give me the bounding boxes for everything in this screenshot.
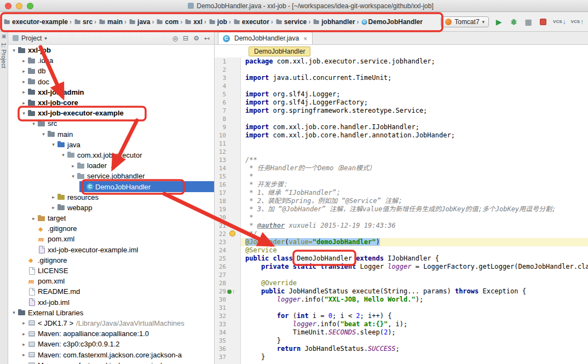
tree-item-loader[interactable]: ▸loader (8, 160, 214, 171)
stop-button[interactable] (538, 17, 548, 27)
tree-item-pom.xml[interactable]: pom.xml (8, 276, 214, 286)
line-number-11[interactable]: 11 (215, 140, 240, 148)
locate-icon[interactable]: ◎ (172, 34, 178, 42)
project-stripe-button[interactable]: 1: Project (1, 43, 7, 68)
tree-item-doc[interactable]: ▸doc (8, 77, 214, 87)
line-number-27[interactable]: 27 (215, 271, 240, 279)
code-line-9[interactable]: import com.xxl.job.core.handler.IJobHand… (241, 123, 588, 131)
tree-item-xxl-job[interactable]: ▾xxl-job (8, 45, 214, 55)
tree-item-xxl-job.iml[interactable]: xxl-job.iml (8, 297, 214, 308)
expand-right-icon[interactable]: ▸ (20, 68, 27, 74)
code-line-35[interactable]: } (241, 337, 588, 345)
line-number-30[interactable]: 30 (215, 296, 240, 304)
code-line-34[interactable]: TimeUnit.SECONDS.sleep(2); (241, 328, 588, 337)
tree-item-webapp[interactable]: ▸webapp (8, 203, 214, 213)
breadcrumb-item-executor[interactable]: executor (232, 17, 270, 27)
line-number-32[interactable]: 32 (215, 312, 240, 320)
run-config-select[interactable]: Tomcat7 ▾ (441, 16, 489, 27)
tab-demojobhandler-java[interactable]: DemoJobHandler.java × (218, 32, 313, 44)
breadcrumb-item-xxl[interactable]: xxl (183, 17, 203, 27)
zoom-window-button[interactable] (27, 3, 33, 9)
vcs-commit-button[interactable]: VCS ↑ (571, 17, 584, 27)
tree-item-xxl-job-admin[interactable]: ▸xxl-job-admin (8, 87, 214, 97)
override-marker-icon[interactable]: ↑ (227, 288, 235, 295)
code-line-17[interactable]: * 1、继承 “IJobHandler”； (241, 189, 588, 197)
code-line-13[interactable]: /** (241, 156, 588, 164)
code-line-37[interactable]: } (241, 353, 588, 361)
expand-down-icon[interactable]: ▾ (30, 121, 37, 126)
code-line-4[interactable] (241, 82, 588, 90)
minimize-window-button[interactable] (16, 3, 22, 9)
gear-icon[interactable]: ⚙ (193, 34, 199, 42)
line-number-2[interactable]: 2 (215, 66, 240, 74)
line-number-18[interactable]: 18 (215, 197, 240, 205)
line-number-22[interactable]: 22 (215, 230, 240, 238)
code-line-21[interactable]: * @author xuxueli 2015-12-19 19:43:36 (241, 222, 588, 230)
line-number-21[interactable]: 21 (215, 222, 240, 230)
code-line-1[interactable]: package com.xxl.job.executor.service.job… (241, 57, 588, 66)
breadcrumb-item-src[interactable]: src (73, 17, 93, 27)
line-number-24[interactable]: 24 (215, 246, 240, 255)
tree-item-src[interactable]: ▾src (8, 118, 214, 129)
line-number-36[interactable]: 36 (215, 345, 240, 353)
line-number-33[interactable]: 33 (215, 320, 240, 328)
code-line-7[interactable]: import org.springframework.stereotype.Se… (241, 107, 588, 115)
tree-item-xxl-job-executor-example.iml[interactable]: xxl-job-executor-example.iml (8, 245, 214, 255)
line-number-1[interactable]: 1 (215, 57, 240, 66)
tree-item-external-libraries[interactable]: ▾External Libraries (8, 308, 214, 318)
expand-right-icon[interactable]: ▸ (20, 320, 27, 326)
toolwindow-stripe-icon[interactable]: ▣ (2, 33, 7, 39)
project-view-select[interactable]: Project ▾ (13, 34, 47, 42)
expand-right-icon[interactable]: ▸ (20, 100, 27, 106)
tree-item-maven-c3p0-c3p0-0.9.1.2[interactable]: ▸Maven: c3p0:c3p0:0.9.1.2 (8, 339, 214, 349)
line-number-35[interactable]: 35 (215, 337, 240, 345)
expand-down-icon[interactable]: ▾ (10, 310, 18, 315)
expand-right-icon[interactable]: ▸ (20, 79, 27, 84)
breadcrumb-item-java[interactable]: java (128, 17, 151, 27)
code-line-6[interactable]: import org.slf4j.LoggerFactory; (241, 99, 588, 107)
line-number-12[interactable]: 12 (215, 148, 240, 156)
expand-right-icon[interactable]: ▸ (50, 205, 57, 210)
line-number-14[interactable]: 14 (215, 164, 240, 172)
line-number-10[interactable]: 10 (215, 131, 240, 140)
code-line-15[interactable]: * (241, 172, 588, 181)
tree-item-com.xxl.job.executor[interactable]: ▾com.xxl.job.executor (8, 150, 214, 160)
tree-item--jdk1.7-[interactable]: ▸< JDK1.7 >/Library/Java/JavaVirtualMach… (8, 318, 214, 328)
expand-right-icon[interactable]: ▸ (20, 352, 27, 357)
code-line-18[interactable]: * 2、装配到Spring，例如加 “@Service” 注解； (241, 197, 588, 205)
coverage-button[interactable]: ▦ (523, 17, 533, 27)
line-number-31[interactable]: 31 (215, 304, 240, 312)
code-line-5[interactable]: import org.slf4j.Logger; (241, 90, 588, 99)
code-line-20[interactable]: * (241, 213, 588, 222)
expand-down-icon[interactable]: ▾ (50, 142, 57, 147)
line-number-3[interactable]: 3 (215, 74, 240, 82)
tree-item-pom.xml[interactable]: pom.xml (8, 234, 214, 244)
code-line-31[interactable] (241, 304, 588, 312)
tree-item-maven-aopalliance-aopalliance-1.0[interactable]: ▸Maven: aopalliance:aopalliance:1.0 (8, 328, 214, 339)
code-line-26[interactable]: private static transient Logger logger =… (241, 263, 588, 271)
code-line-14[interactable]: * 任务Handler的一个Demo（Bean模式） (241, 164, 588, 172)
expand-right-icon[interactable]: ▸ (20, 342, 27, 347)
breadcrumb-item-demojobhandler[interactable]: DemoJobHandler (360, 18, 423, 26)
tree-item-maven-com.fasterxml.jackson.core-jackson-c[interactable]: ▸Maven: com.fasterxml.jackson.core:jacks… (8, 360, 214, 364)
line-number-25[interactable]: 25 (215, 255, 240, 263)
tree-item-readme.md[interactable]: README.md (8, 286, 214, 297)
line-number-5[interactable]: 5 (215, 90, 240, 99)
tree-item-java[interactable]: ▾java (8, 140, 214, 150)
tree-item-xxl-job-core[interactable]: ▸xxl-job-core (8, 97, 214, 108)
expand-right-icon[interactable]: ▸ (70, 163, 77, 169)
close-window-button[interactable] (5, 3, 11, 9)
code-line-25[interactable]: public class DemoJobHandler extends IJob… (241, 255, 588, 263)
tree-item-resources[interactable]: ▸resources (8, 192, 214, 203)
code-line-2[interactable] (241, 66, 588, 74)
code-line-33[interactable]: logger.info("beat at:{}", i); (241, 320, 588, 328)
expand-right-icon[interactable]: ▸ (20, 89, 27, 95)
expand-down-icon[interactable]: ▾ (20, 111, 27, 116)
code-line-11[interactable] (241, 140, 588, 148)
breadcrumb-item-service[interactable]: service (274, 17, 307, 27)
close-tab-icon[interactable]: × (303, 34, 308, 43)
expand-right-icon[interactable]: ▸ (20, 58, 27, 63)
line-number-9[interactable]: 9 (215, 123, 240, 131)
tree-item-.gitignore[interactable]: .gitignore (8, 223, 214, 234)
code-line-36[interactable]: return JobHandleStatus.SUCCESS; (241, 345, 588, 353)
